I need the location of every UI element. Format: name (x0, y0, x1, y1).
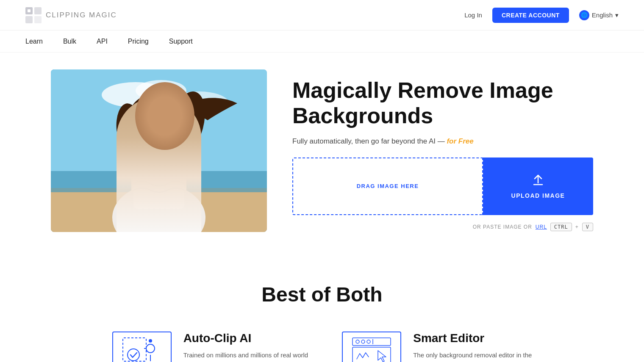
nav-bulk[interactable]: Bulk (63, 38, 76, 45)
svg-point-29 (149, 339, 152, 343)
logo-icon (25, 7, 42, 23)
best-section: Best of Both Auto-Clip AI Trained on mil… (0, 257, 644, 362)
main-nav: Learn Bulk API Pricing Support (0, 30, 644, 53)
svg-rect-24 (133, 175, 184, 209)
upload-area: DRAG IMAGE HERE UPLOAD IMAGE (292, 158, 593, 215)
svg-rect-9 (51, 188, 267, 232)
svg-rect-25 (123, 338, 146, 361)
login-link[interactable]: Log In (464, 11, 482, 19)
nav-api[interactable]: API (97, 38, 108, 45)
svg-rect-4 (28, 9, 31, 12)
svg-point-33 (361, 340, 365, 343)
language-label: English (592, 11, 613, 19)
svg-rect-36 (353, 347, 391, 362)
nav-learn[interactable]: Learn (25, 38, 43, 45)
drag-zone-label: DRAG IMAGE HERE (357, 183, 419, 189)
paste-prefix-text: OR PASTE IMAGE OR (473, 224, 532, 230)
subtitle-highlight: for Free (447, 137, 473, 145)
plus-text: + (575, 224, 579, 230)
hero-photo (51, 69, 267, 232)
svg-rect-19 (145, 132, 175, 140)
hero-content: Magically Remove Image Backgrounds Fully… (292, 69, 593, 231)
svg-point-11 (112, 184, 205, 232)
autoclip-icon-box (112, 332, 172, 362)
svg-rect-21 (160, 133, 172, 139)
url-link[interactable]: URL (536, 224, 547, 230)
svg-rect-2 (25, 16, 33, 23)
svg-rect-14 (153, 144, 165, 165)
svg-point-34 (367, 340, 370, 343)
svg-point-16 (129, 93, 189, 139)
v-key: V (582, 223, 593, 231)
language-selector[interactable]: 🌐 English ▾ (579, 10, 619, 20)
autoclip-svg (121, 336, 163, 362)
upload-button[interactable]: UPLOAD IMAGE (483, 158, 593, 215)
chevron-down-icon: ▾ (615, 11, 619, 19)
svg-point-26 (128, 349, 139, 361)
paste-row: OR PASTE IMAGE OR URL CTRL + V (292, 223, 593, 231)
site-header: CLIPPING MAGIC Log In CREATE ACCOUNT 🌐 E… (0, 0, 644, 30)
autoclip-text: Auto-Clip AI Trained on millions and mil… (183, 332, 308, 360)
smart-editor-text: Smart Editor The only background removal… (413, 332, 532, 360)
svg-point-22 (171, 125, 194, 146)
subtitle-text: Fully automatically, then go far beyond … (292, 137, 447, 145)
svg-point-15 (131, 105, 186, 165)
ctrl-key: CTRL (550, 223, 572, 231)
svg-point-13 (133, 141, 184, 184)
smart-editor-description: The only background removal editor in th… (413, 350, 532, 360)
svg-point-6 (102, 82, 169, 108)
feature-smart-editor: Smart Editor The only background removal… (342, 332, 532, 362)
svg-rect-12 (131, 167, 186, 226)
nav-support[interactable]: Support (169, 38, 193, 45)
drag-drop-zone[interactable]: DRAG IMAGE HERE (292, 158, 483, 215)
svg-point-27 (146, 344, 155, 353)
nav-pricing[interactable]: Pricing (128, 38, 149, 45)
autoclip-description: Trained on millions and millions of real… (183, 350, 308, 360)
svg-rect-1 (34, 7, 42, 14)
svg-rect-3 (34, 16, 42, 23)
hero-image (51, 69, 267, 232)
globe-icon: 🌐 (579, 10, 589, 20)
svg-point-32 (356, 340, 359, 343)
logo-text: CLIPPING MAGIC (46, 11, 117, 19)
create-account-button[interactable]: CREATE ACCOUNT (492, 8, 569, 23)
features-grid: Auto-Clip AI Trained on millions and mil… (25, 332, 619, 362)
logo[interactable]: CLIPPING MAGIC (25, 7, 117, 23)
svg-rect-20 (146, 133, 158, 139)
hero-svg (51, 69, 267, 232)
svg-point-7 (136, 80, 186, 101)
hero-title: Magically Remove Image Backgrounds (292, 78, 593, 129)
autoclip-title: Auto-Clip AI (183, 332, 308, 345)
best-title: Best of Both (25, 283, 619, 306)
smart-editor-title: Smart Editor (413, 332, 532, 345)
svg-rect-10 (51, 171, 267, 192)
upload-icon (531, 174, 545, 187)
feature-autoclip: Auto-Clip AI Trained on millions and mil… (112, 332, 308, 362)
svg-rect-31 (353, 338, 391, 345)
hero-subtitle: Fully automatically, then go far beyond … (292, 137, 593, 146)
upload-button-label: UPLOAD IMAGE (511, 192, 565, 199)
svg-point-23 (167, 116, 189, 141)
smart-editor-icon-box (342, 332, 401, 362)
header-right: Log In CREATE ACCOUNT 🌐 English ▾ (464, 8, 619, 23)
smart-editor-svg (350, 336, 393, 362)
hero-section: Magically Remove Image Backgrounds Fully… (25, 53, 619, 257)
